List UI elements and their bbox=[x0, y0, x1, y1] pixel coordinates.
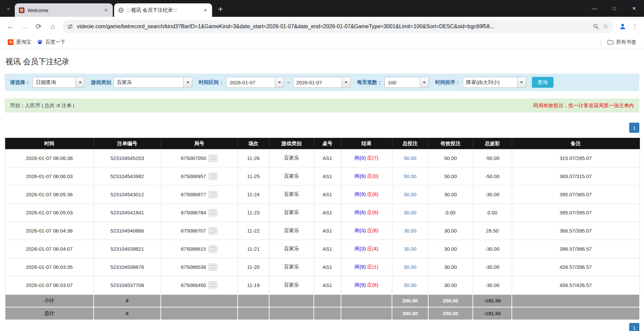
browser-menu-icon[interactable]: ⋮ bbox=[629, 22, 641, 31]
game-kind-select bbox=[113, 77, 192, 88]
tab-search-icon[interactable]: ⌄ bbox=[4, 3, 13, 12]
total-bet-link[interactable]: 50.00 bbox=[404, 173, 416, 179]
date-end-dropdown-icon[interactable] bbox=[342, 77, 351, 88]
tab-close-icon[interactable]: ✕ bbox=[103, 7, 109, 13]
remark: 365.07/315.07 bbox=[512, 167, 640, 185]
all-bookmarks-button[interactable]: 所有书签 bbox=[604, 38, 639, 47]
search-button[interactable]: 查询 bbox=[532, 77, 553, 88]
player-result: 闲(3) bbox=[355, 227, 366, 233]
total-bet-link[interactable]: 30.00 bbox=[404, 282, 416, 288]
bet-time: 2026-01-07 06:05:36 bbox=[5, 185, 94, 204]
minimize-icon[interactable]: — bbox=[585, 0, 604, 17]
pagination-page-1[interactable]: 1 bbox=[629, 123, 639, 133]
maximize-icon[interactable]: □ bbox=[604, 0, 624, 17]
reload-icon[interactable]: ⟳ bbox=[32, 19, 46, 34]
table-no: AS1 bbox=[314, 185, 341, 204]
date-start-input[interactable] bbox=[226, 77, 275, 88]
bookmark-star-icon[interactable]: ☆ bbox=[603, 23, 608, 30]
profile-avatar-icon[interactable] bbox=[616, 20, 629, 33]
game-kind: 百家乐 bbox=[269, 204, 314, 222]
col-table-no: 桌号 bbox=[314, 138, 341, 149]
folder-icon bbox=[607, 40, 613, 45]
baidu-paw-icon bbox=[37, 39, 43, 45]
col-payout: 总派彩 bbox=[473, 138, 512, 149]
total-row: 总计 8 280.00 250.00 -191.50 bbox=[5, 307, 640, 320]
date-start-select bbox=[226, 77, 284, 88]
round-number: 675086957 bbox=[181, 173, 206, 179]
result-cell: 闲(6) 庄(0) bbox=[341, 167, 392, 185]
back-icon[interactable]: ← bbox=[3, 19, 17, 34]
round-result-icon[interactable] bbox=[208, 263, 217, 271]
banker-result: 庄(8) bbox=[367, 227, 378, 233]
sort-input[interactable] bbox=[463, 77, 517, 88]
round-cell: 675086784 bbox=[161, 204, 238, 222]
tab-betrecord[interactable]: :::视讯 会员下注纪录::: ✕ bbox=[114, 3, 212, 17]
player-result: 闲(9) bbox=[355, 282, 366, 288]
globe-icon bbox=[118, 7, 124, 13]
payout: 28.50 bbox=[473, 222, 512, 240]
summary-bar: 币别：人民币 | 总共 :8 注单 | 同局有效投注，统一计算在该局第一张注单内 bbox=[5, 98, 639, 113]
bet-id: 523104537708 bbox=[94, 276, 161, 294]
address-bar[interactable]: videoie.com/game/betrecord_search/kind3?… bbox=[62, 20, 613, 33]
valid-bet: 30.00 bbox=[428, 276, 473, 294]
col-game-kind: 游戏类别 bbox=[269, 138, 314, 149]
bookmark-taobao[interactable]: 淘 爱淘宝 bbox=[5, 38, 34, 47]
total-bet-link[interactable]: 30.00 bbox=[404, 192, 416, 197]
round-result-icon[interactable] bbox=[208, 155, 217, 162]
round-number: 675086538 bbox=[181, 264, 206, 270]
round-result-icon[interactable] bbox=[208, 191, 217, 198]
game-kind-dropdown-icon[interactable] bbox=[183, 77, 192, 88]
close-window-icon[interactable]: ✕ bbox=[624, 0, 644, 17]
page-size-input[interactable] bbox=[385, 77, 420, 88]
banker-result: 庄(1) bbox=[367, 264, 378, 270]
tab-welcome[interactable]: Welcome ✕ bbox=[15, 3, 113, 17]
round-result-icon[interactable] bbox=[208, 245, 217, 253]
total-bet-link[interactable]: 30.00 bbox=[404, 228, 416, 234]
site-settings-icon[interactable] bbox=[67, 24, 73, 30]
pagination-page-1-bottom[interactable]: 1 bbox=[629, 323, 639, 331]
home-icon[interactable]: ⌂ bbox=[46, 19, 60, 34]
round-cell: 675086615 bbox=[161, 240, 238, 258]
total-bet-cell: 30.00 bbox=[392, 185, 428, 204]
round-result-icon[interactable] bbox=[208, 227, 217, 235]
total-valid-bet: 250.00 bbox=[428, 307, 473, 320]
forward-icon[interactable]: → bbox=[17, 19, 32, 34]
total-bet-link[interactable]: 30.00 bbox=[404, 246, 416, 252]
bet-id: 523104538676 bbox=[94, 258, 161, 276]
sort-dropdown-icon[interactable] bbox=[517, 77, 526, 88]
new-tab-icon[interactable]: + bbox=[216, 5, 225, 13]
valid-bet: 50.00 bbox=[428, 167, 473, 185]
game-kind: 百家乐 bbox=[269, 149, 314, 167]
bet-id: 523104539821 bbox=[94, 240, 161, 258]
table-row: 2026-01-07 06:03:35 523104538676 6750865… bbox=[5, 258, 640, 276]
zoom-icon[interactable] bbox=[593, 24, 599, 30]
total-bet-link[interactable]: 50.00 bbox=[404, 155, 416, 161]
page-size-select bbox=[385, 77, 429, 88]
session: 11-25 bbox=[238, 167, 269, 185]
url-text: videoie.com/game/betrecord_search/kind3?… bbox=[77, 24, 589, 30]
result-cell: 闲(9) 庄(6) bbox=[341, 276, 392, 294]
subtotal-label: 小计 bbox=[5, 294, 94, 307]
round-result-icon[interactable] bbox=[208, 281, 217, 289]
page-size-dropdown-icon[interactable] bbox=[420, 77, 429, 88]
bet-time: 2026-01-07 06:04:36 bbox=[5, 222, 94, 240]
bet-records-table: 时间 注单编号 局号 场次 游戏类别 桌号 结果 总投注 有效投注 总派彩 备注… bbox=[5, 138, 640, 320]
valid-bet: 30.00 bbox=[428, 185, 473, 204]
round-result-icon[interactable] bbox=[208, 209, 217, 216]
query-type-input[interactable] bbox=[33, 77, 76, 88]
total-bet-link[interactable]: 30.00 bbox=[404, 210, 416, 215]
banker-result: 庄(6) bbox=[367, 282, 378, 288]
sort-select bbox=[463, 77, 526, 88]
query-type-dropdown-icon[interactable] bbox=[76, 77, 85, 88]
game-kind-input[interactable] bbox=[113, 77, 183, 88]
date-end-input[interactable] bbox=[293, 77, 342, 88]
date-start-dropdown-icon[interactable] bbox=[275, 77, 284, 88]
round-result-icon[interactable] bbox=[208, 173, 217, 180]
total-bet-link[interactable]: 30.00 bbox=[404, 264, 416, 270]
total-bet-cell: 50.00 bbox=[392, 167, 428, 185]
tab-close-icon[interactable]: ✕ bbox=[202, 7, 209, 13]
player-result: 闲(6) bbox=[355, 173, 366, 179]
bet-id: 523104543982 bbox=[94, 167, 161, 185]
page-size-label: 每页笔数： bbox=[357, 79, 382, 86]
bookmark-baidu[interactable]: 百度一下 bbox=[34, 38, 68, 47]
